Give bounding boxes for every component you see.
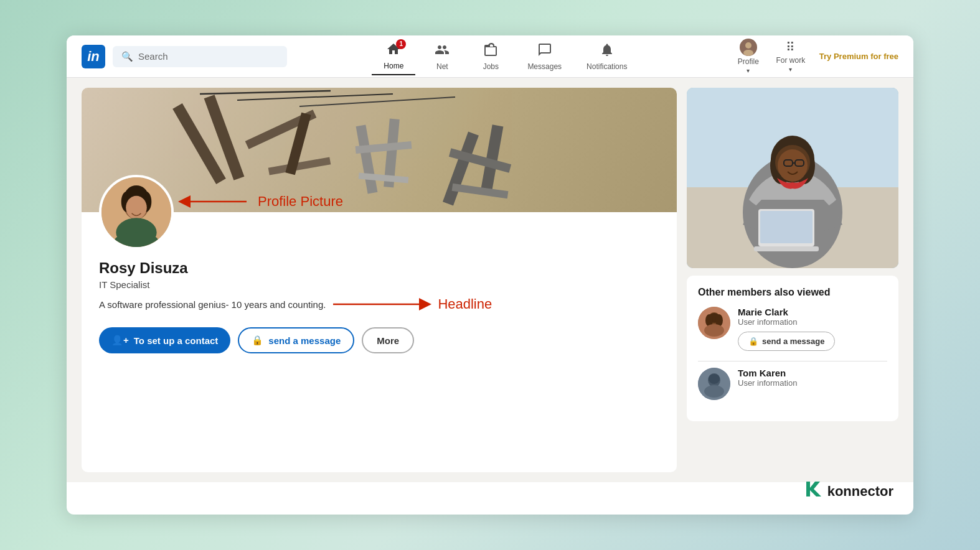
messages-icon — [537, 42, 552, 61]
svg-point-1 — [743, 50, 753, 56]
nav-right: Profile ▾ ⠿ For work ▾ Try Premium for f… — [730, 39, 898, 74]
profile-section: Profile Picture Rosy Disuza IT Specialis… — [82, 88, 677, 472]
member-info-1: Tom Karen User information — [738, 368, 887, 393]
jobs-label: Jobs — [483, 62, 499, 71]
net-label: Net — [436, 62, 448, 71]
svg-line-17 — [299, 97, 455, 106]
lock-icon-0: 🔒 — [748, 337, 758, 346]
nav-item-jobs[interactable]: Jobs — [469, 39, 512, 75]
konnector-logo-icon — [803, 479, 822, 503]
footer: konnector — [67, 482, 913, 515]
sidebar: Other members also viewed — [687, 88, 898, 472]
member-divider — [698, 361, 887, 361]
konnector-brand-name: konnector — [827, 483, 893, 500]
notifications-label: Notifications — [587, 62, 627, 71]
for-work-chevron-icon: ▾ — [789, 66, 792, 73]
profile-chevron-icon: ▾ — [747, 67, 750, 74]
svg-rect-42 — [760, 211, 813, 243]
profile-avatar-wrap — [82, 175, 677, 249]
more-button[interactable]: More — [362, 327, 414, 353]
profile-info: Rosy Disuza IT Specialist A software pro… — [82, 249, 677, 371]
headline-annotation: Headline — [333, 296, 492, 312]
home-badge: 1 — [396, 39, 406, 49]
svg-point-0 — [745, 42, 751, 49]
member-role-0: User information — [738, 317, 887, 327]
nav-profile[interactable]: Profile ▾ — [730, 39, 767, 74]
home-icon: 1 — [386, 42, 401, 60]
navbar: in 🔍 Search 1 Home Net — [67, 35, 913, 78]
svg-rect-5 — [268, 157, 331, 175]
profile-avatar — [99, 175, 174, 249]
svg-point-53 — [704, 385, 724, 398]
konnector-branding: konnector — [803, 479, 893, 503]
svg-point-52 — [709, 374, 720, 384]
promo-image — [687, 88, 898, 268]
more-label: More — [377, 335, 399, 346]
lock-icon: 🔒 — [252, 335, 263, 346]
headline-label: Headline — [438, 296, 492, 312]
nav-item-notifications[interactable]: Notifications — [577, 39, 637, 75]
member-role-1: User information — [738, 378, 887, 388]
svg-line-15 — [200, 91, 331, 94]
for-work-label: For work — [776, 56, 805, 65]
net-icon — [435, 42, 450, 61]
profile-actions: 👤+ To set up a contact 🔒 send a message … — [99, 327, 659, 353]
profile-avatar-nav — [740, 39, 757, 56]
linkedin-logo[interactable]: in — [82, 45, 105, 68]
profile-headline-row: A software professional genius- 10 years… — [99, 296, 659, 312]
headline-arrow-icon — [333, 297, 433, 312]
contact-label: To set up a contact — [134, 335, 219, 346]
member-item-1: Tom Karen User information — [698, 368, 887, 400]
contact-icon: 👤+ — [111, 335, 129, 346]
message-label: send a message — [268, 335, 341, 346]
member-message-label-0: send a message — [762, 337, 824, 346]
profile-title: IT Specialist — [99, 279, 659, 290]
member-name-1: Tom Karen — [738, 368, 887, 378]
main-content: Profile Picture Rosy Disuza IT Specialis… — [67, 78, 913, 482]
messages-label: Messages — [527, 62, 562, 71]
for-work-icon: ⠿ — [786, 40, 795, 55]
svg-point-49 — [704, 324, 724, 337]
home-label: Home — [384, 62, 403, 70]
member-avatar-0 — [698, 307, 730, 339]
nav-for-work[interactable]: ⠿ For work ▾ — [772, 40, 809, 73]
premium-link[interactable]: Try Premium for free — [819, 52, 898, 61]
nav-item-messages[interactable]: Messages — [517, 39, 572, 75]
member-avatar-1 — [698, 368, 730, 400]
search-bar[interactable]: 🔍 Search — [113, 46, 287, 67]
jobs-icon — [483, 42, 498, 61]
profile-avatar-section: Profile Picture — [82, 175, 677, 249]
nav-center: 1 Home Net Jobs — [372, 38, 637, 75]
member-info-0: Marie Clark User information 🔒 send a me… — [738, 307, 887, 351]
contact-button[interactable]: 👤+ To set up a contact — [99, 327, 230, 353]
notifications-icon — [600, 42, 615, 61]
also-viewed-title: Other members also viewed — [698, 287, 887, 298]
member-message-button-0[interactable]: 🔒 send a message — [738, 332, 835, 351]
nav-item-home[interactable]: 1 Home — [372, 38, 415, 75]
browser-window: in 🔍 Search 1 Home Net — [67, 35, 913, 515]
svg-line-16 — [237, 94, 393, 100]
search-placeholder: Search — [138, 51, 168, 62]
profile-name: Rosy Disuza — [99, 259, 659, 277]
nav-item-net[interactable]: Net — [420, 39, 464, 75]
profile-nav-label: Profile — [738, 57, 759, 66]
search-icon: 🔍 — [121, 51, 133, 62]
promo-image-card — [687, 88, 898, 268]
svg-rect-43 — [754, 246, 819, 251]
also-viewed-card: Other members also viewed — [687, 276, 898, 421]
profile-headline: A software professional genius- 10 years… — [99, 299, 326, 310]
member-item-0: Marie Clark User information 🔒 send a me… — [698, 307, 887, 351]
message-button[interactable]: 🔒 send a message — [238, 327, 354, 353]
member-name-0: Marie Clark — [738, 307, 887, 317]
